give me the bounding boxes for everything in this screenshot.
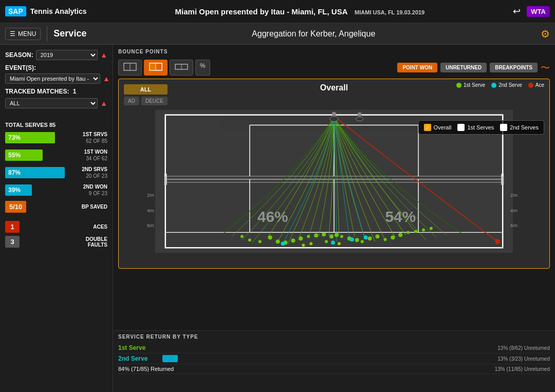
aces-row: 1 ACES	[5, 221, 107, 233]
svg-point-64	[350, 237, 354, 241]
svg-point-43	[340, 235, 343, 238]
all-arrow: ▲	[100, 99, 107, 107]
stat-bar-0: 73%	[5, 132, 55, 143]
filter-breakpoints[interactable]: BREAKPOINTS	[490, 63, 538, 72]
second-bar: ☰ MENU Service Aggregation for Kerber, A…	[0, 23, 555, 45]
deuce-btn[interactable]: DEUCE	[141, 97, 168, 105]
event-location: MIAMI USA, FL 19.03.2019	[355, 9, 424, 15]
svg-text:2m: 2m	[147, 192, 154, 198]
svg-point-47	[368, 236, 372, 240]
return-label-1st: 1st Serve	[118, 344, 180, 351]
svg-point-67	[330, 117, 338, 122]
bp-saved-row: 5/10 BP SAVED	[5, 201, 107, 213]
view-tab-full[interactable]	[118, 60, 142, 76]
stat-label-right-2: 2ND SRVS 20 OF 23	[77, 166, 107, 179]
svg-point-51	[398, 233, 402, 237]
service-return-header: SERVICE RETURN BY TYPE	[118, 334, 550, 340]
stat-row-1: 55% 1ST WON 34 OF 62	[5, 148, 107, 162]
svg-point-45	[355, 238, 359, 242]
curve-icon[interactable]: 〜	[541, 62, 550, 74]
section-title: Service	[53, 28, 86, 39]
view-tab-wide[interactable]	[170, 60, 193, 76]
svg-text:6m: 6m	[147, 222, 154, 228]
svg-point-68	[332, 112, 336, 116]
return-stat-returned: 13% (11/85) Unreturned	[495, 366, 550, 372]
view-tab-percent[interactable]: %	[195, 60, 210, 76]
serve-legend: ✓ Overall 1st Serves 2nd Serves	[418, 120, 544, 135]
season-label: SEASON:	[5, 51, 33, 59]
return-stat-1st: 13% (8/62) Unreturned	[497, 345, 550, 351]
view-tabs: %	[118, 60, 210, 76]
back-button[interactable]: ↩	[513, 6, 521, 17]
legend-ace: Ace	[528, 82, 544, 88]
court-side-buttons: ALL AD DEUCE	[124, 84, 168, 105]
svg-point-69	[356, 117, 363, 121]
svg-point-57	[422, 228, 425, 231]
bp-label: BP SAVED	[82, 204, 107, 210]
legend-1st-dot	[456, 83, 461, 88]
filter-unreturned[interactable]: UNRETURNED	[440, 63, 487, 72]
df-row: 3 DOUBLE FAULTS	[5, 236, 107, 248]
svg-point-46	[361, 240, 364, 243]
all-select[interactable]: ALL	[5, 98, 98, 108]
stat-bar-wrap-3: 39%	[5, 184, 73, 196]
svg-point-65	[364, 235, 368, 239]
return-row-1: 1st Serve 13% (8/62) Unreturned	[118, 343, 550, 353]
stat-label-right-1: 1ST WON 34 OF 62	[77, 148, 107, 162]
view-tab-half[interactable]	[144, 60, 168, 76]
court-title: Overall	[320, 83, 348, 92]
svg-point-41	[329, 234, 334, 238]
settings-icon[interactable]: ⚙	[541, 28, 550, 40]
svg-point-49	[383, 238, 386, 241]
svg-point-66	[495, 239, 500, 244]
court-controls: % POINT WON UNRETURNED BREAKPOINTS 〜	[118, 60, 550, 76]
stat-label-right-0: 1ST SRVS 62 OF 85	[77, 131, 107, 144]
aces-label: ACES	[93, 224, 107, 230]
svg-point-50	[391, 235, 395, 239]
overall-check: ✓	[424, 124, 431, 131]
menu-icon: ☰	[10, 30, 15, 38]
return-row-2: 2nd Serve 13% (3/23) Unreturned	[118, 353, 550, 364]
court-section: BOUNCE POINTS %	[113, 45, 555, 330]
second-serves-check	[500, 124, 507, 131]
stat-row-0: 73% 1ST SRVS 62 OF 85	[5, 131, 107, 144]
main-layout: SEASON: 2019 ▲ EVENT(S): Miami Open pres…	[0, 45, 555, 392]
svg-point-38	[314, 233, 318, 237]
bounce-points-header: BOUNCE POINTS	[118, 49, 168, 54]
serve-legend-overall: ✓ Overall	[424, 124, 452, 131]
bp-badge: 5/10	[5, 201, 26, 213]
event-arrow: ▲	[103, 74, 110, 83]
legend-2nd-serve: 2nd Serve	[491, 82, 522, 88]
stat-bar-wrap-1: 55%	[5, 150, 73, 161]
svg-point-60	[309, 242, 312, 245]
menu-button[interactable]: ☰ MENU	[5, 28, 41, 40]
top-bar-right: ↩ WTA	[513, 6, 550, 17]
right-panel: BOUNCE POINTS %	[113, 45, 555, 392]
legend-2nd-dot	[491, 83, 496, 88]
court-sub-buttons: AD DEUCE	[124, 97, 168, 105]
return-row-3: 84% (71/85) Returned 13% (11/85) Unretur…	[118, 364, 550, 374]
divider	[47, 26, 47, 42]
aces-badge: 1	[5, 221, 20, 233]
svg-rect-4	[150, 63, 156, 70]
season-row: SEASON: 2019 ▲	[5, 50, 107, 60]
season-select[interactable]: 2019	[36, 50, 98, 60]
wta-badge: WTA	[527, 6, 550, 17]
svg-text:6m: 6m	[510, 222, 517, 228]
event-select[interactable]: Miami Open presented by Itau -	[5, 73, 100, 84]
tennis-court-svg: 2m 4m 6m 2m 4m 6m 46% 54%	[119, 79, 549, 268]
ad-btn[interactable]: AD	[124, 97, 139, 105]
app-title: Tennis Analytics	[30, 7, 87, 15]
all-btn[interactable]: ALL	[124, 84, 168, 95]
svg-point-63	[331, 240, 335, 245]
svg-point-54	[248, 238, 251, 241]
svg-point-52	[406, 231, 410, 234]
return-label-2nd: 2nd Serve	[118, 355, 159, 362]
stat-bar-2: 87%	[5, 167, 65, 178]
svg-point-62	[281, 241, 285, 246]
filter-point-won[interactable]: POINT WON	[397, 63, 437, 72]
svg-text:4m: 4m	[147, 208, 154, 213]
all-select-row: ALL ▲	[5, 98, 107, 108]
events-label-row: EVENT(S):	[5, 64, 107, 71]
event-select-row: Miami Open presented by Itau - ▲	[5, 73, 107, 84]
